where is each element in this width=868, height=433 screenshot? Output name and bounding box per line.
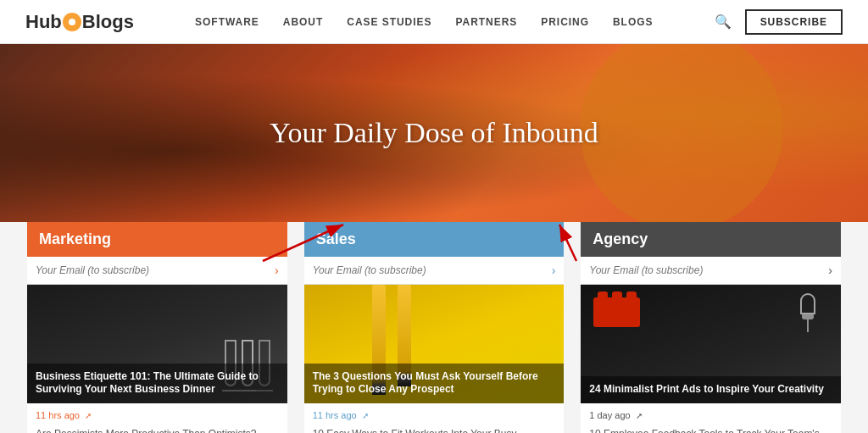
marketing-meta: 11 hrs ago ➚ [27, 403, 287, 424]
sales-article-image: The 3 Questions You Must Ask Yourself Be… [304, 285, 565, 403]
sales-meta: 11 hrs ago ➚ [304, 403, 565, 424]
sales-email-row: › [304, 257, 565, 285]
marketing-email-row: › [27, 257, 287, 285]
agency-meta: 1 day ago ➚ [581, 403, 841, 424]
agency-excerpt: 10 Employee Feedback Tools to Track Your… [581, 424, 841, 433]
sales-label: Sales [316, 230, 356, 247]
search-button[interactable]: 🔍 [715, 14, 732, 30]
hero-circle-decoration [580, 44, 783, 222]
agency-email-row: › [581, 257, 841, 285]
agency-email-arrow[interactable]: › [828, 264, 832, 277]
site-logo[interactable]: Hub Blogs [25, 11, 134, 33]
sales-email-input[interactable] [313, 264, 552, 276]
sales-header[interactable]: Sales [304, 222, 565, 257]
hubspot-icon [63, 13, 81, 31]
columns-grid: Marketing › [27, 222, 841, 433]
subscribe-button[interactable]: SUBSCRIBE [745, 9, 843, 35]
sales-time: 11 hrs ago [313, 410, 357, 420]
marketing-excerpt: Are Pessimists More Productive Than Opti… [27, 424, 287, 433]
sales-column: Sales › The 3 Questions You Must Ask You… [304, 222, 565, 433]
marketing-header[interactable]: Marketing [27, 222, 287, 257]
hero-title: Your Daily Dose of Inbound [270, 117, 598, 149]
nav-about[interactable]: ABOUT [283, 16, 323, 28]
agency-article-image: 24 Minimalist Print Ads to Inspire Your … [581, 285, 841, 403]
marketing-external-icon: ➚ [85, 411, 92, 420]
marketing-email-input[interactable] [36, 264, 275, 276]
agency-email-input[interactable] [589, 264, 828, 276]
marketing-column: Marketing › [27, 222, 287, 433]
agency-column: Agency › [581, 222, 841, 433]
nav-partners[interactable]: PARTNERS [455, 16, 517, 28]
sales-excerpt: 10 Easy Ways to Fit Workouts Into Your B… [304, 424, 565, 433]
hero-section: Your Daily Dose of Inbound [0, 44, 868, 222]
header-actions: 🔍 SUBSCRIBE [715, 9, 843, 35]
site-header: Hub Blogs SOFTWARE ABOUT CASE STUDIES PA… [0, 0, 868, 44]
sales-article-title: The 3 Questions You Must Ask Yourself Be… [304, 364, 565, 403]
search-icon: 🔍 [715, 14, 732, 29]
nav-blogs[interactable]: BLOGS [613, 16, 653, 28]
marketing-label: Marketing [39, 230, 111, 247]
agency-external-icon: ➚ [636, 411, 643, 420]
blog-columns-section: Marketing › [0, 222, 868, 433]
logo-blogs-text: Blogs [82, 11, 134, 33]
marketing-article-image: Business Etiquette 101: The Ultimate Gui… [27, 285, 287, 403]
marketing-article-title: Business Etiquette 101: The Ultimate Gui… [27, 364, 287, 403]
main-nav: SOFTWARE ABOUT CASE STUDIES PARTNERS PRI… [195, 16, 653, 28]
agency-time: 1 day ago [589, 410, 630, 420]
marketing-email-arrow[interactable]: › [275, 264, 279, 277]
agency-article-title: 24 Minimalist Print Ads to Inspire Your … [581, 376, 841, 403]
nav-software[interactable]: SOFTWARE [195, 16, 259, 28]
marketing-time: 11 hrs ago [36, 410, 80, 420]
sales-external-icon: ➚ [362, 411, 369, 420]
agency-header[interactable]: Agency [581, 222, 841, 257]
nav-pricing[interactable]: PRICING [541, 16, 589, 28]
nav-case-studies[interactable]: CASE STUDIES [347, 16, 431, 28]
logo-hub-text: Hub [25, 11, 62, 33]
sales-email-arrow[interactable]: › [552, 264, 556, 277]
agency-label: Agency [593, 230, 648, 247]
